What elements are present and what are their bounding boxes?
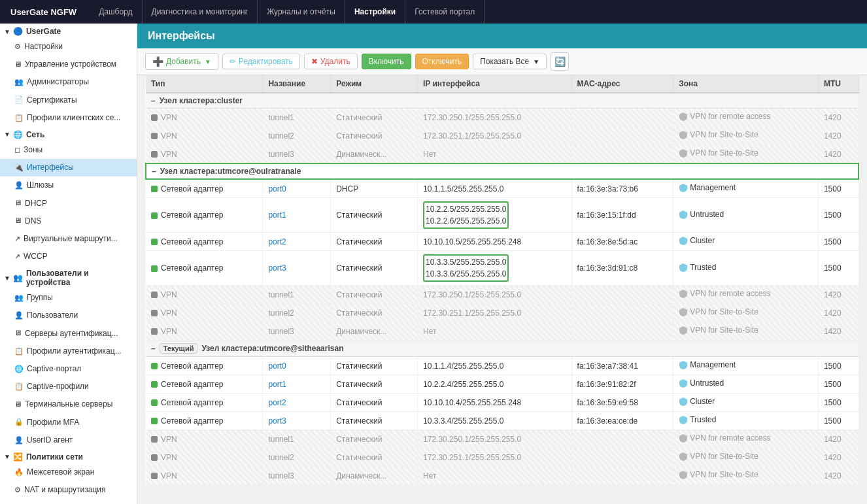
cell-name: tunnel3: [263, 145, 331, 164]
sidebar-item-dns[interactable]: 🖥 DNS: [0, 212, 137, 230]
table-row[interactable]: VPNtunnel2Статический172.30.251.1/255.25…: [146, 127, 858, 145]
captive-profiles-icon: 📋: [14, 381, 24, 393]
table-row[interactable]: VPNtunnel2Статический172.30.251.1/255.25…: [146, 304, 858, 322]
cell-zone: VPN for remote access: [673, 430, 819, 448]
nav-settings[interactable]: Настройки: [345, 0, 405, 24]
table-row[interactable]: Сетевой адаптерport2Статический10.10.10.…: [146, 394, 858, 412]
cell-type: VPN: [146, 286, 263, 304]
sidebar-group-usergate[interactable]: ▼ 🔵 UserGate: [0, 24, 137, 38]
show-all-button[interactable]: Показать Все ▼: [473, 54, 547, 69]
cell-ip: 10.1.1.5/255.255.255.0: [418, 179, 572, 198]
cell-mode: Статический: [331, 127, 418, 145]
sidebar-item-auth-profiles[interactable]: 📋 Профили аутентификац...: [0, 343, 137, 360]
page-title: Интерфейсы: [148, 30, 215, 41]
table-row[interactable]: VPNtunnel3Динамическ...НетVPN for Site-t…: [146, 467, 858, 485]
sidebar-item-captive-portal[interactable]: 🌐 Captive-портал: [0, 360, 137, 378]
cell-mtu: 1500: [818, 412, 858, 430]
nav-logs[interactable]: Журналы и отчёты: [258, 0, 345, 24]
table-row[interactable]: Сетевой адаптерport1Статический10.2.2.4/…: [146, 375, 858, 394]
nav-diagnostics[interactable]: Диагностика и мониторинг: [143, 0, 258, 24]
table-row[interactable]: VPNtunnel3Динамическ...НетVPN for Site-t…: [146, 145, 858, 164]
sidebar-item-terminal-servers-label: Терминальные серверы: [25, 398, 112, 411]
table-row[interactable]: VPNtunnel2Статический172.30.251.1/255.25…: [146, 448, 858, 467]
cell-zone: VPN for remote access: [673, 286, 819, 304]
sidebar-item-mfa-profiles[interactable]: 🔒 Профили MFA: [0, 414, 137, 431]
group-collapse-2[interactable]: –: [151, 344, 156, 353]
sidebar-item-client-profiles[interactable]: 📋 Профили клиентских се...: [0, 109, 137, 127]
sidebar-item-gateways[interactable]: 👤 Шлюзы: [0, 176, 137, 194]
sidebar-item-dhcp[interactable]: 🖥 DHCP: [0, 195, 137, 212]
table-row[interactable]: Сетевой адаптерport0Статический10.1.1.4/…: [146, 357, 858, 375]
cell-ip: 172.30.251.1/255.255.255.0: [418, 127, 572, 145]
cell-ip: 10.10.10.5/255.255.255.248: [418, 233, 572, 251]
cell-mac: fa:16:3e:a7:38:41: [571, 357, 673, 375]
table-row[interactable]: Сетевой адаптерport3Статический10.3.3.4/…: [146, 412, 858, 430]
cell-ip: Нет: [418, 145, 572, 164]
table-row[interactable]: VPNtunnel1Статический172.30.250.1/255.25…: [146, 430, 858, 448]
firewall-icon: 🔥: [14, 467, 24, 479]
table-row[interactable]: VPNtunnel1Статический172.30.250.1/255.25…: [146, 286, 858, 304]
cell-name: port1: [263, 375, 331, 394]
sidebar-item-settings[interactable]: ⚙ Настройки: [0, 38, 137, 56]
table-row[interactable]: Сетевой адаптерport3Статический10.3.3.5/…: [146, 251, 858, 286]
sidebar-item-wccp[interactable]: ↗ WCCP: [0, 248, 137, 265]
sidebar-item-admins[interactable]: 👥 Администраторы: [0, 73, 137, 91]
table-row[interactable]: VPNtunnel3Динамическ...НетVPN for Site-t…: [146, 322, 858, 341]
nat-icon: ⚙: [14, 484, 21, 496]
group-collapse-0[interactable]: –: [151, 96, 156, 105]
add-button[interactable]: ➕ Добавить ▼: [145, 53, 218, 70]
sidebar-item-device-mgmt[interactable]: 🖥 Управление устройством: [0, 56, 137, 73]
sidebar-group-users[interactable]: ▼ 👥 Пользователи и устройства: [0, 265, 137, 289]
table-row[interactable]: Сетевой адаптерport1Статический10.2.2.5/…: [146, 198, 858, 233]
cell-mac: fa:16:3e:3a:73:b6: [571, 179, 673, 198]
table-row[interactable]: Сетевой адаптерport2Статический10.10.10.…: [146, 233, 858, 251]
nav-guest-portal[interactable]: Гостевой портал: [405, 0, 484, 24]
zones-icon: ◻: [14, 144, 20, 156]
group-collapse-1[interactable]: –: [152, 167, 156, 176]
sidebar-item-admins-label: Администраторы: [27, 76, 89, 88]
sidebar-item-certs[interactable]: 📄 Сертификаты: [0, 92, 137, 109]
refresh-button[interactable]: 🔄: [551, 52, 569, 71]
cell-ip: Нет: [418, 322, 572, 341]
zone-shield-icon: [679, 433, 688, 443]
captive-portal-icon: 🌐: [14, 363, 24, 375]
ip-highlight: 10.2.2.5/255.255.255.010.2.2.6/255.255.2…: [423, 201, 509, 229]
cell-mode: Статический: [331, 394, 418, 412]
edit-button[interactable]: ✏ Редактировать: [222, 54, 300, 69]
sidebar-item-auth-profiles-label: Профили аутентификац...: [27, 345, 122, 358]
zone-shield-icon: [679, 148, 688, 158]
sidebar-item-interfaces[interactable]: 🔌 Интерфейсы: [0, 159, 137, 176]
cell-type: VPN: [146, 304, 263, 322]
disable-button[interactable]: Отключить: [415, 54, 469, 69]
zone-shield-icon: [679, 263, 688, 272]
sidebar-item-userid-agent[interactable]: 👤 UserID агент: [0, 431, 137, 449]
sidebar-item-users[interactable]: 👤 Пользователи: [0, 307, 137, 324]
cell-zone: Trusted: [673, 412, 819, 430]
sidebar-item-firewall[interactable]: 🔥 Межсетевой экран: [0, 463, 137, 481]
col-ip: IP интерфейса: [418, 75, 572, 93]
sidebar-item-terminal-servers[interactable]: 🖥 Терминальные серверы: [0, 395, 137, 413]
sidebar-item-load-balance[interactable]: ⚖ Балансировка нагрузки: [0, 499, 137, 504]
sidebar-item-virt-routes[interactable]: ↗ Виртуальные маршрути...: [0, 230, 137, 248]
sidebar-item-auth-servers[interactable]: 🖥 Серверы аутентификац...: [0, 325, 137, 343]
sidebar-item-captive-profiles[interactable]: 📋 Captive-профили: [0, 378, 137, 395]
sidebar-item-zones[interactable]: ◻ Зоны: [0, 141, 137, 159]
delete-button[interactable]: ✖ Удалить: [304, 54, 358, 69]
sidebar-item-nat[interactable]: ⚙ NAT и маршрутизация: [0, 481, 137, 499]
cell-name: port1: [263, 198, 331, 233]
table-row[interactable]: VPNtunnel1Статический172.30.250.1/255.25…: [146, 109, 858, 127]
table-row[interactable]: Сетевой адаптерport0DHCP10.1.1.5/255.255…: [146, 179, 858, 198]
sidebar-group-net-policies-label: Политики сети: [26, 452, 83, 462]
zone-shield-icon: [679, 130, 688, 139]
enable-button[interactable]: Включить: [362, 54, 411, 69]
nav-dashboard[interactable]: Дашборд: [90, 0, 142, 24]
add-icon: ➕: [152, 56, 163, 67]
edit-label: Редактировать: [239, 57, 293, 66]
sidebar-group-network[interactable]: ▼ 🌐 Сеть: [0, 127, 137, 141]
sidebar-item-groups[interactable]: 👥 Группы: [0, 289, 137, 307]
main-layout: ▼ 🔵 UserGate ⚙ Настройки 🖥 Управление ус…: [0, 24, 867, 504]
sidebar-group-network-policies[interactable]: ▼ 🔀 Политики сети: [0, 449, 137, 463]
cell-zone: VPN for Site-to-Site: [673, 127, 819, 145]
cell-type: VPN: [146, 448, 263, 467]
cell-type: Сетевой адаптер: [146, 394, 263, 412]
